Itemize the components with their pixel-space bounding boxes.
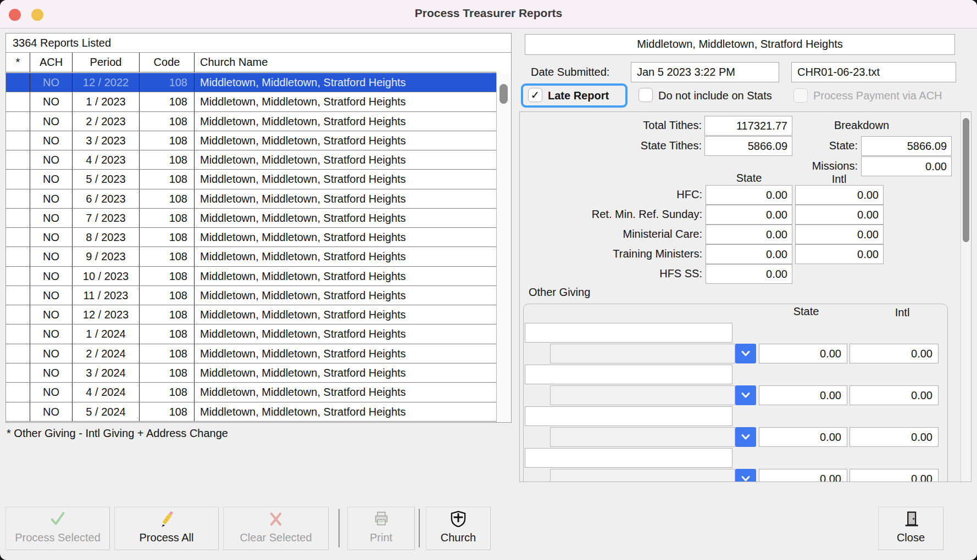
table-row[interactable]: NO7 / 2023108Middletown, Middletown, Str… [6, 209, 496, 228]
table-row[interactable]: NO12 / 2022108Middletown, Middletown, St… [6, 73, 496, 92]
cell-code: 108 [139, 363, 194, 382]
og-category-combobox[interactable] [550, 344, 735, 363]
og-name-input[interactable] [525, 406, 732, 426]
og-intl-field[interactable]: 0.00 [850, 344, 939, 363]
og-state-field[interactable]: 0.00 [759, 427, 847, 447]
og-state-field[interactable]: 0.00 [759, 469, 847, 482]
og-category-combobox[interactable] [550, 427, 735, 447]
process-selected-button[interactable]: Process Selected [5, 507, 110, 550]
og-name-input[interactable] [525, 365, 732, 384]
tithes-state-field[interactable]: 0.00 [706, 205, 792, 225]
table-row[interactable]: NO2 / 2024108Middletown, Middletown, Str… [6, 344, 496, 363]
file-name-field[interactable]: CHR01-06-23.txt [791, 62, 956, 82]
cell-church: Middletown, Middletown, Stratford Height… [194, 383, 496, 401]
chevron-down-icon [741, 475, 751, 482]
cell-period: 10 / 2023 [72, 267, 139, 285]
cell-church: Middletown, Middletown, Stratford Height… [194, 189, 496, 208]
og-combobox-button[interactable] [735, 385, 756, 405]
close-button[interactable]: Close [878, 507, 943, 550]
column-header-star[interactable]: * [6, 53, 30, 72]
og-category-combobox[interactable] [550, 385, 735, 405]
app-window: Process Treasurer Reports 3364 Reports L… [0, 0, 977, 560]
column-header-code[interactable]: Code [139, 53, 194, 72]
column-header-church[interactable]: Church Name [194, 53, 496, 72]
cell-ach: NO [30, 247, 72, 266]
table-scrollbar[interactable] [496, 73, 511, 422]
table-scrollbar-thumb[interactable] [499, 84, 508, 104]
table-row[interactable]: NO5 / 2024108Middletown, Middletown, Str… [6, 402, 496, 422]
cell-star [6, 112, 30, 131]
table-row[interactable]: NO8 / 2023108Middletown, Middletown, Str… [6, 228, 496, 247]
chevron-down-icon [741, 350, 751, 357]
cell-ach: NO [30, 344, 72, 363]
print-button[interactable]: Print [347, 507, 415, 550]
og-intl-field[interactable]: 0.00 [850, 469, 939, 482]
cell-code: 108 [139, 131, 194, 150]
clear-selected-button[interactable]: Clear Selected [223, 507, 329, 550]
detail-scrollbar[interactable] [961, 112, 971, 481]
og-intl-header: Intl [858, 306, 946, 319]
cell-code: 108 [139, 170, 194, 188]
cell-church: Middletown, Middletown, Stratford Height… [194, 305, 496, 324]
table-row[interactable]: NO12 / 2023108Middletown, Middletown, St… [6, 305, 496, 324]
table-row[interactable]: NO4 / 2023108Middletown, Middletown, Str… [6, 150, 496, 170]
og-intl-field[interactable]: 0.00 [850, 427, 939, 447]
tithes-state-field[interactable]: 0.00 [706, 185, 792, 205]
tithes-state-field[interactable]: 0.00 [706, 225, 792, 244]
cell-ach: NO [30, 383, 72, 401]
og-category-combobox[interactable] [550, 469, 735, 482]
no-stats-label: Do not include on Stats [658, 89, 772, 102]
og-combobox-button[interactable] [735, 344, 756, 363]
table-row[interactable]: NO6 / 2023108Middletown, Middletown, Str… [6, 189, 496, 209]
table-row[interactable]: NO5 / 2023108Middletown, Middletown, Str… [6, 170, 496, 189]
table-row[interactable]: NO4 / 2024108Middletown, Middletown, Str… [6, 383, 496, 402]
cell-star [6, 209, 30, 227]
cell-star [6, 383, 30, 401]
tithes-state-field[interactable]: 0.00 [706, 244, 792, 264]
og-name-input[interactable] [525, 448, 732, 468]
cell-ach: NO [30, 402, 72, 421]
table-row[interactable]: NO1 / 2024108Middletown, Middletown, Str… [6, 324, 496, 344]
late-report-label: Late Report [548, 89, 609, 102]
og-state-field[interactable]: 0.00 [759, 385, 847, 405]
detail-scrollbar-thumb[interactable] [963, 118, 969, 242]
column-header-period[interactable]: Period [72, 53, 139, 72]
table-row[interactable]: NO2 / 2023108Middletown, Middletown, Str… [6, 112, 496, 131]
breakdown-state-field[interactable]: 5866.09 [861, 136, 952, 156]
og-name-input[interactable] [525, 323, 732, 343]
date-submitted-field[interactable]: Jan 5 2023 3:22 PM [631, 62, 779, 82]
cell-star [6, 170, 30, 188]
tithes-intl-field[interactable]: 0.00 [795, 205, 884, 225]
table-row[interactable]: NO3 / 2024108Middletown, Middletown, Str… [6, 363, 496, 383]
reports-table: 3364 Reports Listed * ACH Period Code Ch… [5, 33, 512, 423]
cell-period: 1 / 2024 [72, 324, 139, 343]
tithes-state-field[interactable]: 0.00 [706, 264, 792, 284]
cell-period: 7 / 2023 [72, 209, 139, 227]
no-stats-checkbox[interactable] [639, 88, 653, 102]
tithes-intl-field[interactable]: 0.00 [795, 244, 884, 264]
table-row[interactable]: NO11 / 2023108Middletown, Middletown, St… [6, 286, 496, 305]
late-report-checkbox[interactable]: ✓ [528, 88, 542, 102]
table-row[interactable]: NO10 / 2023108Middletown, Middletown, St… [6, 267, 496, 286]
cell-period: 3 / 2024 [72, 363, 139, 382]
og-combobox-button[interactable] [735, 469, 756, 482]
table-row[interactable]: NO9 / 2023108Middletown, Middletown, Str… [6, 247, 496, 266]
table-row[interactable]: NO3 / 2023108Middletown, Middletown, Str… [6, 131, 496, 150]
og-state-field[interactable]: 0.00 [759, 344, 847, 363]
cell-church: Middletown, Middletown, Stratford Height… [194, 170, 496, 188]
table-row[interactable]: NO1 / 2023108Middletown, Middletown, Str… [6, 92, 496, 111]
og-combobox-button[interactable] [735, 427, 756, 447]
total-tithes-field[interactable]: 117321.77 [704, 116, 792, 136]
cell-code: 108 [139, 383, 194, 401]
column-header-ach[interactable]: ACH [30, 53, 72, 72]
cell-star [6, 402, 30, 421]
cell-church: Middletown, Middletown, Stratford Height… [194, 209, 496, 227]
cell-code: 108 [139, 324, 194, 343]
church-button[interactable]: Church [426, 507, 491, 550]
breakdown-title: Breakdown [818, 119, 906, 132]
process-all-button[interactable]: Process All [114, 507, 219, 550]
tithes-intl-field[interactable]: 0.00 [795, 185, 884, 205]
og-state-header: State [762, 305, 850, 318]
tithes-intl-field[interactable]: 0.00 [795, 225, 884, 244]
og-intl-field[interactable]: 0.00 [850, 385, 939, 405]
